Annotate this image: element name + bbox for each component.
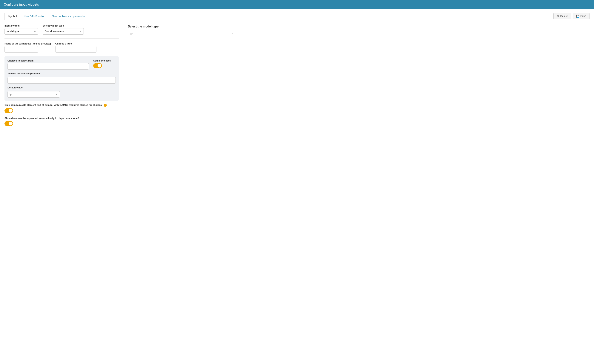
static-choices-label: Static choices? <box>93 59 116 62</box>
tab-new-gams-option[interactable]: New GAMS option <box>20 13 49 20</box>
tab-label-row: Name of the widget tab (no live preview)… <box>5 42 119 53</box>
choices-right-col: Static choices? <box>93 59 116 68</box>
preview-select[interactable]: LP MIP MINLP <box>128 31 236 37</box>
widget-type-group: Select widget type Dropdown menu <box>43 24 84 34</box>
choices-left-col: Choices to select from lp mip minlp <box>7 59 89 70</box>
preview-label: Select the model type <box>128 25 589 28</box>
tabs-bar: Symbol New GAMS option New double-dash p… <box>5 13 119 20</box>
static-choices-slider <box>93 63 102 68</box>
right-panel: 🗑 Delete 💾 Save Select the model type LP… <box>123 9 594 364</box>
action-buttons-row: 🗑 Delete 💾 Save <box>128 13 589 19</box>
widget-type-label: Select widget type <box>43 24 84 27</box>
hypercube-slider <box>5 121 13 126</box>
main-container: Symbol New GAMS option New double-dash p… <box>0 9 594 364</box>
hypercube-toggle[interactable] <box>5 121 13 126</box>
title-bar: Configure input widgets <box>0 0 594 9</box>
choose-label-group: Choose a label Select the model type <box>55 42 96 53</box>
communicate-label: Only communicate element text of symbol … <box>5 104 119 107</box>
choices-label: Choices to select from <box>7 59 89 62</box>
delete-button[interactable]: 🗑 Delete <box>554 13 571 19</box>
communicate-toggle[interactable] <box>5 108 13 113</box>
symbol-widget-row: Input symbol model type Select widget ty… <box>5 24 119 34</box>
communicate-info-icon: i <box>104 104 107 107</box>
divider-1 <box>5 38 119 39</box>
aliases-label: Aliases for choices (optional) <box>7 72 116 75</box>
app-title: Configure input widgets <box>4 3 39 6</box>
hypercube-toggle-container <box>5 121 119 126</box>
widget-tab-label: Name of the widget tab (no live preview) <box>5 42 51 45</box>
input-symbol-group: Input symbol model type <box>5 24 38 34</box>
choices-box: Choices to select from lp mip minlp Stat… <box>5 56 119 101</box>
aliases-group: Aliases for choices (optional) LP MIP MI… <box>7 72 116 84</box>
choose-label-label: Choose a label <box>55 42 96 45</box>
tab-symbol[interactable]: Symbol <box>5 13 20 20</box>
choices-main-row: Choices to select from lp mip minlp Stat… <box>7 59 116 70</box>
static-choices-toggle[interactable] <box>93 63 102 68</box>
trash-icon: 🗑 <box>557 14 559 18</box>
default-value-select[interactable]: lp <box>7 91 60 98</box>
input-symbol-select[interactable]: model type <box>5 28 38 34</box>
left-panel: Symbol New GAMS option New double-dash p… <box>0 9 123 364</box>
communicate-toggle-container <box>5 108 119 113</box>
widget-tab-input[interactable]: model type <box>5 46 38 53</box>
choose-label-input[interactable]: Select the model type <box>55 46 96 53</box>
tab-new-double-dash[interactable]: New double-dash parameter <box>49 13 88 20</box>
static-choices-toggle-container <box>93 63 116 68</box>
hypercube-label: Should element be expanded automatically… <box>5 117 119 120</box>
default-value-group: Default value lp <box>7 86 116 98</box>
widget-type-select[interactable]: Dropdown menu <box>43 28 84 34</box>
input-symbol-label: Input symbol <box>5 24 38 27</box>
widget-tab-group: Name of the widget tab (no live preview)… <box>5 42 51 53</box>
save-icon: 💾 <box>576 14 579 18</box>
hypercube-section: Should element be expanded automatically… <box>5 117 119 126</box>
communicate-slider <box>5 108 13 113</box>
aliases-input[interactable]: LP MIP MINLP <box>7 77 116 84</box>
save-button[interactable]: 💾 Save <box>573 13 589 19</box>
communicate-section: Only communicate element text of symbol … <box>5 104 119 113</box>
default-value-label: Default value <box>7 86 116 89</box>
choices-input[interactable]: lp mip minlp <box>7 63 89 70</box>
preview-container: Select the model type LP MIP MINLP <box>128 25 589 37</box>
